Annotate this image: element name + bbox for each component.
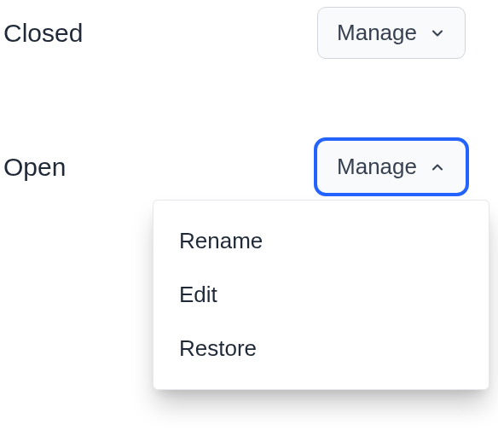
manage-dropdown: Rename Edit Restore (153, 200, 489, 390)
manage-button-open[interactable]: Manage (317, 141, 466, 193)
chevron-down-icon (429, 25, 446, 42)
manage-button-closed-label: Manage (337, 20, 417, 46)
menu-item-rename[interactable]: Rename (153, 214, 489, 268)
closed-label: Closed (3, 19, 83, 48)
open-label: Open (3, 153, 66, 182)
chevron-up-icon (429, 159, 446, 176)
manage-button-closed[interactable]: Manage (317, 7, 466, 59)
open-row: Open Manage (0, 141, 498, 193)
closed-row: Closed Manage (0, 7, 498, 59)
menu-item-edit[interactable]: Edit (153, 268, 489, 322)
menu-item-restore[interactable]: Restore (153, 322, 489, 375)
manage-button-open-label: Manage (337, 154, 417, 180)
